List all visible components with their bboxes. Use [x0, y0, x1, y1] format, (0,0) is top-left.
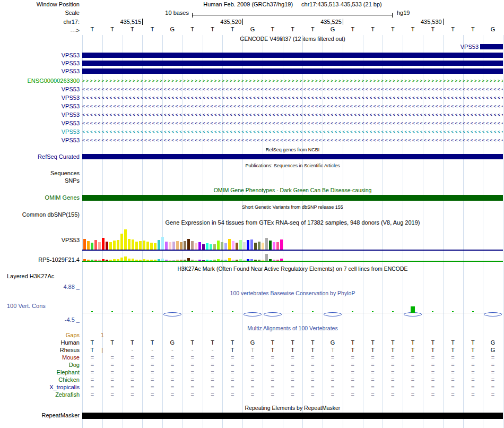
gtex-expression-bar[interactable] [239, 240, 242, 250]
track-label-vps53[interactable]: VPS53 [0, 112, 80, 118]
species-label-human[interactable]: Human [0, 339, 80, 346]
gtex-expression-bar[interactable] [195, 243, 197, 250]
gtex-expression-bar[interactable] [143, 241, 145, 250]
gtex-expression-bar[interactable] [113, 241, 116, 250]
track-label-100-vert-cons[interactable]: 100 Vert. Cons [0, 303, 80, 310]
gtex-expression-bar[interactable] [102, 238, 105, 250]
gtex-expression-bar[interactable] [213, 244, 216, 250]
gtex-expression-bar[interactable] [154, 260, 157, 261]
gtex-expression-bar[interactable] [198, 242, 201, 250]
gtex-expression-bar[interactable] [176, 241, 179, 250]
conservation-track-title[interactable]: 100 vertebrates Basewise Conservation by… [82, 290, 503, 297]
gene-arrow-row[interactable]: <<<<<<<<<<<<<<<<<<<<<<<<<<<<<<<<<<<<<<<<… [82, 137, 503, 144]
gtex-expression-bar[interactable] [195, 260, 197, 261]
track-label-vps53[interactable]: VPS53 [0, 129, 80, 135]
refseq-curated-bar[interactable] [82, 154, 503, 159]
gtex-expression-bar[interactable] [254, 243, 257, 250]
gtex-expression-bar[interactable] [191, 241, 194, 250]
omim-track-title[interactable]: OMIM Gene Phenotypes - Dark Green Can Be… [82, 187, 503, 194]
gtex-expression-bar[interactable] [280, 239, 283, 250]
gtex-expression-bar[interactable] [117, 240, 119, 250]
gene-exon-bar[interactable] [82, 53, 503, 58]
gtex-expression-bar[interactable] [154, 243, 157, 250]
track-label-vps53[interactable]: VPS53 [0, 95, 80, 101]
gtex-expression-bar[interactable] [161, 259, 164, 261]
gtex-expression-bar[interactable] [158, 259, 160, 261]
track-label-sequences[interactable]: Sequences [0, 170, 80, 177]
gtex-expression-bar[interactable] [132, 239, 134, 250]
gtex-expression-bar[interactable] [239, 259, 242, 261]
track-label-vps53[interactable]: VPS53 [0, 103, 80, 110]
gtex-expression-bar[interactable] [236, 243, 238, 250]
gtex-expression-bar[interactable] [202, 260, 205, 261]
gtex-expression-bar[interactable] [172, 260, 175, 261]
gtex-expression-bar[interactable] [187, 239, 190, 250]
gtex-expression-bar[interactable] [87, 260, 90, 261]
gtex-expression-bar[interactable] [258, 260, 260, 261]
gtex-expression-bar[interactable] [273, 260, 275, 261]
species-label-x_tropicalis[interactable]: X_tropicalis [0, 384, 80, 391]
gtex-expression-bar[interactable] [128, 239, 131, 250]
gtex-expression-bar[interactable] [180, 242, 183, 250]
gtex-expression-bar[interactable] [106, 260, 108, 261]
gtex-expression-bar[interactable] [124, 229, 127, 250]
gtex-expression-bar[interactable] [146, 242, 149, 250]
track-label-gtex-rp5[interactable]: RP5-1029F21.4 [0, 256, 80, 263]
gtex-expression-bar[interactable] [206, 243, 208, 250]
refseq-track-title[interactable]: RefSeq genes from NCBI [82, 147, 503, 153]
gtex-expression-bar[interactable] [224, 260, 227, 261]
gene-exon-bar[interactable] [82, 61, 503, 66]
gtex-expression-bar[interactable] [273, 242, 275, 250]
gtex-expression-bar[interactable] [150, 243, 153, 250]
track-label-gtex-vps53[interactable]: VPS53 [0, 237, 80, 244]
gtex-expression-bar[interactable] [228, 239, 231, 250]
species-label-dog[interactable]: Dog [0, 362, 80, 369]
gtex-expression-bar[interactable] [106, 242, 108, 250]
gtex-expression-bar[interactable] [228, 258, 231, 261]
gtex-expression-bar[interactable] [221, 242, 223, 250]
gene-arrow-row[interactable]: <<<<<<<<<<<<<<<<<<<<<<<<<<<<<<<<<<<<<<<<… [82, 86, 503, 93]
gtex-expression-bar[interactable] [243, 242, 246, 250]
track-label-omim-genes[interactable]: OMIM Genes [0, 194, 80, 201]
gtex-expression-bar[interactable] [143, 259, 145, 261]
gtex-expression-bar[interactable] [280, 259, 283, 261]
gtex-expression-bar[interactable] [247, 240, 249, 250]
gtex-expression-bar[interactable] [94, 260, 97, 261]
gtex-expression-bar[interactable] [132, 259, 134, 261]
gene-arrow-row[interactable]: <<<<<<<<<<<<<<<<<<<<<<<<<<<<<<<<<<<<<<<<… [82, 129, 503, 135]
track-label-vps53[interactable]: VPS53 [0, 60, 80, 67]
gtex-expression-bar[interactable] [158, 240, 160, 250]
gtex-expression-bar[interactable] [210, 244, 212, 250]
gtex-expression-bar[interactable] [217, 259, 220, 261]
gtex-expression-bar[interactable] [202, 244, 205, 250]
gtex-expression-bar[interactable] [109, 242, 112, 250]
species-label-elephant[interactable]: Elephant [0, 369, 80, 376]
gtex-track-title[interactable]: Gene Expression in 54 tissues from GTEx … [82, 219, 503, 226]
gtex-expression-bar[interactable] [150, 260, 153, 261]
gtex-expression-bar[interactable] [187, 258, 190, 261]
gtex-expression-bar[interactable] [184, 241, 186, 250]
gene-item-label-vps53[interactable]: VPS53 [434, 44, 479, 50]
gtex-expression-bar[interactable] [213, 260, 216, 261]
species-label-chicken[interactable]: Chicken [0, 376, 80, 383]
gtex-expression-bar[interactable] [120, 258, 123, 261]
gtex-expression-bar[interactable] [232, 241, 234, 250]
gtex-expression-bar[interactable] [276, 260, 279, 261]
gtex-expression-bar[interactable] [262, 260, 264, 261]
h3k27ac-track-title[interactable]: H3K27Ac Mark (Often Found Near Active Re… [82, 266, 503, 272]
gtex-expression-bar[interactable] [128, 259, 131, 261]
multiz-track-title[interactable]: Multiz Alignments of 100 Vertebrates [82, 325, 503, 332]
gtex-expression-bar[interactable] [87, 241, 90, 250]
gtex-expression-bar[interactable] [172, 242, 175, 250]
gtex-expression-bar[interactable] [262, 243, 264, 250]
gtex-expression-bar[interactable] [139, 241, 142, 250]
gtex-expression-bar[interactable] [184, 260, 186, 261]
track-label-vps53[interactable]: VPS53 [0, 68, 80, 75]
track-label-common-dbsnp[interactable]: Common dbSNP(155) [0, 211, 80, 218]
gtex-expression-bar[interactable] [258, 242, 260, 250]
gtex-expression-bar[interactable] [276, 242, 279, 250]
gtex-expression-bar[interactable] [169, 242, 171, 250]
species-label-gaps[interactable]: Gaps [0, 332, 80, 339]
track-label-ensg00000263300[interactable]: ENSG00000263300 [0, 78, 80, 84]
gtex-expression-bar[interactable] [180, 260, 183, 261]
